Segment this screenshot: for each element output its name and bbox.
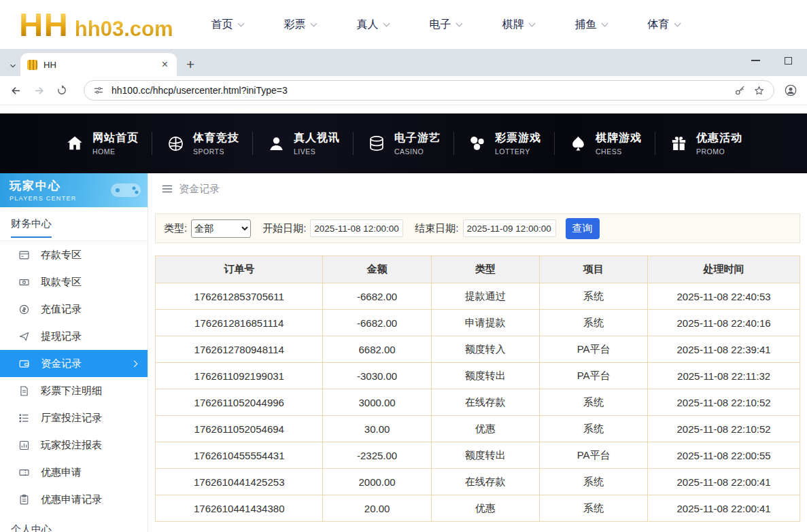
sidebar-item-promo-apply[interactable]: 优惠申请 (0, 459, 148, 486)
topnav-label: 捕鱼 (575, 18, 597, 32)
topnav-item-chess[interactable]: 棋牌 (502, 18, 534, 32)
sidebar-item-label: 存款专区 (41, 249, 82, 262)
type-cell: 优惠 (431, 495, 539, 522)
time-cell: 2025-11-08 22:00:41 (648, 495, 800, 522)
browser-tab-strip: HH × + (0, 49, 807, 76)
url-text: hh100.cc/hhcp/usercenter.html?iniType=3 (111, 85, 727, 96)
sidebar-item-player-bet-report[interactable]: 玩家投注报表 (0, 431, 148, 459)
sidebar-item-label: 彩票下注明细 (41, 385, 102, 397)
site-info-icon[interactable] (93, 85, 104, 96)
game-nav-en: CASINO (394, 147, 441, 156)
personal-section-label: 个人中心 (11, 523, 52, 532)
sidebar-item-funds-record[interactable]: 资金记录 (0, 350, 148, 377)
players-center-header: 玩家中心 PLAYERS CENTER (0, 173, 148, 207)
topnav-item-fishing[interactable]: 捕鱼 (575, 18, 607, 32)
document-icon (18, 385, 31, 397)
column-header: 处理时间 (648, 256, 800, 283)
reload-button[interactable] (56, 84, 68, 96)
project-cell: PA平台 (539, 442, 647, 469)
game-nav-zh: 棋牌游戏 (596, 131, 642, 145)
type-select[interactable]: 全部 (191, 219, 251, 238)
sidebar-item-lottery-bet-detail[interactable]: 彩票下注明细 (0, 377, 148, 404)
game-nav-home[interactable]: 网站首页HOME (52, 131, 152, 156)
sidebar-item-withdraw[interactable]: 取款专区 (0, 268, 148, 296)
type-cell: 优惠 (431, 416, 539, 442)
topnav-item-sports[interactable]: 体育 (648, 18, 680, 32)
gamepad-icon (108, 175, 143, 205)
amount-cell: 20.00 (323, 495, 431, 522)
ticket-icon (18, 466, 31, 478)
game-nav-chess[interactable]: 棋牌游戏CHESS (555, 131, 655, 156)
topnav-label: 电子 (430, 18, 451, 32)
table-row: 17626110520449963000.00在线存款系统2025-11-08 … (156, 389, 800, 416)
browser-tab[interactable]: HH × (20, 53, 177, 76)
start-date-input[interactable] (310, 219, 403, 237)
game-nav-en: CHESS (596, 147, 642, 156)
tab-search-chevron-icon[interactable] (8, 61, 18, 71)
address-bar[interactable]: hh100.cc/hhcp/usercenter.html?iniType=3 (84, 80, 774, 101)
game-nav-en: HOME (92, 147, 139, 156)
profile-avatar-icon[interactable] (784, 84, 797, 97)
tab-favicon (27, 60, 37, 70)
end-date-label: 结束日期: (415, 222, 458, 235)
game-nav-lottery[interactable]: 彩票游戏LOTTERY (454, 131, 554, 156)
type-cell: 提款通过 (431, 283, 539, 310)
game-nav-sports[interactable]: 体育竞技SPORTS (152, 131, 252, 156)
project-cell: PA平台 (539, 336, 647, 363)
sidebar-item-deposit[interactable]: 存款专区 (0, 241, 148, 268)
sidebar-item-withdrawal-record[interactable]: 提现记录 (0, 323, 148, 350)
sports-icon (165, 133, 186, 154)
sidebar-item-promo-apply-record[interactable]: 优惠申请记录 (0, 486, 148, 513)
chevron-down-icon (674, 20, 681, 26)
sidebar-item-label: 优惠申请记录 (41, 493, 102, 506)
column-header: 订单号 (156, 256, 323, 283)
password-key-icon[interactable] (734, 85, 746, 96)
funds-table-body: 1762612853705611-6682.00提款通过系统2025-11-08… (156, 283, 800, 522)
window-minimize-button[interactable] (751, 60, 760, 61)
chevron-down-icon (383, 20, 390, 26)
sidebar-item-label: 优惠申请 (41, 466, 82, 479)
forward-button[interactable] (33, 84, 46, 97)
topnav-item-slots[interactable]: 电子 (430, 18, 462, 32)
table-row: 1762611092199031-3030.00额度转出PA平台2025-11-… (156, 363, 800, 389)
search-button[interactable]: 查询 (566, 218, 600, 239)
topnav-item-home[interactable]: 首页 (211, 18, 243, 32)
time-cell: 2025-11-08 22:10:52 (648, 389, 800, 416)
sidebar-item-label: 充值记录 (41, 303, 82, 316)
site-logo[interactable]: HH hh03.com (19, 8, 173, 41)
amount-cell: 2000.00 (323, 469, 431, 495)
project-cell: 系统 (539, 416, 647, 442)
sidebar-item-recharge-record[interactable]: 充值记录 (0, 296, 148, 323)
game-nav-casino[interactable]: 电子游艺CASINO (354, 131, 453, 156)
type-cell: 额度转出 (431, 442, 539, 469)
sidebar-item-room-bet-record[interactable]: 厅室投注记录 (0, 404, 148, 431)
game-nav-zh: 优惠活动 (696, 131, 742, 145)
type-cell: 申请提款 (431, 310, 539, 336)
table-row: 176261105205469430.00优惠系统2025-11-08 22:1… (156, 416, 800, 442)
topnav-label: 棋牌 (502, 18, 524, 32)
table-row: 17626104414252532000.00在线存款系统2025-11-08 … (156, 469, 800, 495)
casino-icon (366, 133, 387, 154)
bookmark-star-icon[interactable] (753, 85, 765, 96)
tab-close-icon[interactable]: × (160, 58, 170, 71)
order-no-cell: 1762610441425253 (156, 469, 323, 495)
window-maximize-button[interactable] (785, 57, 792, 65)
topnav-label: 真人 (357, 18, 379, 32)
time-cell: 2025-11-08 22:00:55 (648, 442, 800, 469)
game-nav-promo[interactable]: 优惠活动PROMO (655, 131, 755, 156)
game-nav: 网站首页HOME 体育竞技SPORTS 真人视讯LIVES 电子游艺CASINO… (0, 113, 807, 173)
topnav-item-lottery[interactable]: 彩票 (284, 18, 316, 32)
game-nav-zh: 真人视讯 (294, 131, 340, 145)
game-nav-en: LIVES (294, 147, 340, 156)
end-date-input[interactable] (463, 219, 556, 237)
sidebar-item-label: 提现记录 (41, 330, 82, 343)
game-nav-en: PROMO (696, 147, 742, 156)
finance-section-header: 财务中心 (0, 207, 148, 241)
new-tab-button[interactable]: + (186, 56, 194, 73)
project-cell: PA平台 (539, 363, 647, 389)
game-nav-lives[interactable]: 真人视讯LIVES (253, 131, 353, 156)
type-cell: 额度转入 (431, 336, 539, 363)
topnav-item-live[interactable]: 真人 (357, 18, 389, 32)
order-no-cell: 1762612853705611 (156, 283, 323, 310)
back-button[interactable] (10, 84, 22, 97)
